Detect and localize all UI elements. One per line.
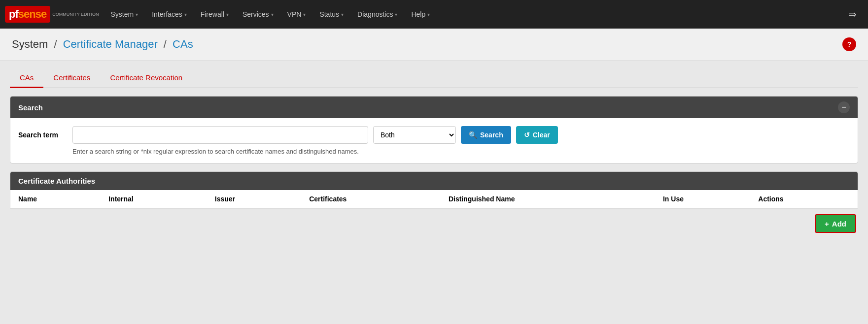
navbar: pfsense COMMUNITY EDITION System ▾ Inter… bbox=[0, 0, 868, 29]
ca-table-header: Certificate Authorities bbox=[10, 172, 858, 190]
ca-table-panel: Certificate Authorities Name Internal Is… bbox=[10, 171, 858, 209]
logout-button[interactable]: ⇒ bbox=[841, 0, 863, 29]
nav-interfaces[interactable]: Interfaces ▾ bbox=[145, 0, 193, 29]
chevron-down-icon: ▾ bbox=[184, 12, 187, 17]
collapse-search-button[interactable]: − bbox=[838, 101, 850, 113]
nav-vpn[interactable]: VPN ▾ bbox=[280, 0, 313, 29]
search-scope-select[interactable]: Both Name Distinguished Name bbox=[373, 126, 456, 144]
plus-icon: + bbox=[825, 220, 829, 228]
brand-edition: COMMUNITY EDITION bbox=[52, 12, 99, 17]
search-input[interactable] bbox=[72, 126, 368, 144]
ca-table: Name Internal Issuer Certificates Distin… bbox=[10, 190, 858, 209]
reset-icon: ↺ bbox=[524, 131, 530, 139]
search-panel-header: Search − bbox=[10, 97, 858, 118]
col-internal: Internal bbox=[101, 190, 207, 208]
pfsense-logo: pfsense bbox=[5, 6, 50, 23]
breadcrumb: System / Certificate Manager / CAs ? bbox=[0, 29, 868, 61]
col-distinguished-name: Distinguished Name bbox=[441, 190, 655, 208]
search-term-label: Search term bbox=[18, 131, 68, 139]
chevron-down-icon: ▾ bbox=[136, 12, 138, 17]
breadcrumb-text: System / Certificate Manager / CAs bbox=[12, 38, 193, 51]
chevron-down-icon: ▾ bbox=[226, 12, 229, 17]
tab-cas[interactable]: CAs bbox=[10, 68, 43, 88]
breadcrumb-system: System bbox=[12, 38, 48, 50]
search-button[interactable]: 🔍 Search bbox=[461, 126, 511, 144]
chevron-down-icon: ▾ bbox=[303, 12, 306, 17]
search-panel-body: Search term Both Name Distinguished Name… bbox=[10, 118, 858, 163]
nav-help[interactable]: Help ▾ bbox=[404, 0, 437, 29]
col-certificates: Certificates bbox=[301, 190, 441, 208]
help-button[interactable]: ? bbox=[842, 37, 856, 51]
col-actions: Actions bbox=[750, 190, 858, 208]
tab-certificate-revocation[interactable]: Certificate Revocation bbox=[100, 68, 192, 88]
chevron-down-icon: ▾ bbox=[395, 12, 397, 17]
add-button[interactable]: + Add bbox=[815, 214, 856, 233]
add-row: + Add bbox=[10, 209, 858, 238]
nav-diagnostics[interactable]: Diagnostics ▾ bbox=[350, 0, 404, 29]
chevron-down-icon: ▾ bbox=[427, 12, 430, 17]
nav-system[interactable]: System ▾ bbox=[104, 0, 145, 29]
search-icon: 🔍 bbox=[469, 131, 477, 139]
breadcrumb-cert-manager[interactable]: Certificate Manager bbox=[63, 38, 158, 50]
col-issuer: Issuer bbox=[207, 190, 301, 208]
tab-certificates[interactable]: Certificates bbox=[43, 68, 100, 88]
main-content: CAs Certificates Certificate Revocation … bbox=[0, 61, 868, 246]
search-panel: Search − Search term Both Name Distingui… bbox=[10, 96, 858, 163]
brand: pfsense COMMUNITY EDITION bbox=[5, 6, 99, 23]
clear-button[interactable]: ↺ Clear bbox=[516, 126, 558, 144]
search-row: Search term Both Name Distinguished Name… bbox=[18, 126, 850, 144]
chevron-down-icon: ▾ bbox=[271, 12, 274, 17]
search-hint: Enter a search string or *nix regular ex… bbox=[18, 148, 850, 155]
table-header-row: Name Internal Issuer Certificates Distin… bbox=[10, 190, 858, 208]
col-in-use: In Use bbox=[655, 190, 750, 208]
breadcrumb-cas[interactable]: CAs bbox=[173, 38, 193, 50]
navbar-right: ⇒ bbox=[841, 0, 863, 29]
nav-firewall[interactable]: Firewall ▾ bbox=[194, 0, 236, 29]
col-name: Name bbox=[10, 190, 101, 208]
nav-status[interactable]: Status ▾ bbox=[312, 0, 350, 29]
nav-services[interactable]: Services ▾ bbox=[236, 0, 280, 29]
chevron-down-icon: ▾ bbox=[341, 12, 344, 17]
tabs: CAs Certificates Certificate Revocation bbox=[10, 68, 858, 88]
